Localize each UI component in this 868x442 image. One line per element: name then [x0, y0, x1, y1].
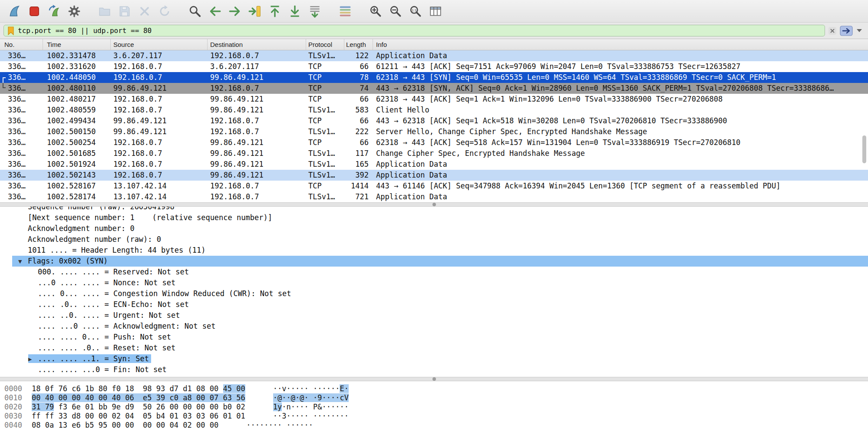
- info-cell: Application Data: [373, 50, 868, 61]
- filter-bar: tcp.port == 80 || udp.port == 80: [0, 23, 868, 39]
- packet-row[interactable]: 336…1002.3314783.6.207.117192.168.0.7TLS…: [0, 50, 868, 61]
- pane-splitter-bottom[interactable]: [0, 377, 868, 381]
- save-file-icon: [118, 4, 132, 18]
- packet-row[interactable]: 336…1002.502143192.168.0.799.86.49.121TL…: [0, 170, 868, 181]
- close-file-button: [135, 1, 155, 21]
- stop-capture-button[interactable]: [24, 1, 44, 21]
- start-capture-button[interactable]: [4, 1, 24, 21]
- pane-splitter-top[interactable]: [0, 202, 868, 207]
- no-cell: 336…: [0, 94, 43, 105]
- detail-line[interactable]: 000. .... .... = Reserved: Not set: [12, 267, 868, 277]
- detail-text: .... .0.. .... = ECN-Echo: Not set: [38, 300, 189, 309]
- detail-line[interactable]: ...0 .... .... = Nonce: Not set: [12, 277, 868, 288]
- packet-row[interactable]: 336…1002.480217192.168.0.799.86.49.121TC…: [0, 94, 868, 105]
- detail-text: Acknowledgment number: 0: [28, 224, 135, 233]
- go-back-icon: [208, 4, 222, 18]
- column-header-time[interactable]: Time: [43, 39, 111, 50]
- detail-line[interactable]: .... ...0 .... = Acknowledgment: Not set: [12, 321, 868, 332]
- go-to-bottom-button[interactable]: [285, 1, 305, 21]
- detail-line[interactable]: .... ..0. .... = Urgent: Not set: [12, 310, 868, 321]
- detail-line[interactable]: [Next sequence number: 1 (relative seque…: [12, 212, 868, 223]
- detail-line[interactable]: .... 0... .... = Congestion Window Reduc…: [12, 288, 868, 299]
- packet-row[interactable]: 336…1002.501924192.168.0.799.86.49.121TL…: [0, 159, 868, 170]
- display-filter-text: tcp.port == 80 || udp.port == 80: [18, 26, 152, 35]
- length-cell: 392: [344, 170, 373, 181]
- packet-row[interactable]: 336…1002.331620192.168.0.73.6.207.117TCP…: [0, 61, 868, 72]
- packet-row[interactable]: 336…1002.49943499.86.49.121192.168.0.7TC…: [0, 115, 868, 126]
- filter-dropdown-chevron[interactable]: [857, 29, 862, 32]
- time-cell: 1002.500254: [43, 137, 111, 148]
- detail-line[interactable]: Acknowledgment number (raw): 0: [12, 234, 868, 245]
- detail-line[interactable]: 1011 .... = Header Length: 44 bytes (11): [12, 245, 868, 256]
- packet-row[interactable]: 336…1002.52817413.107.42.14192.168.0.7TL…: [0, 191, 868, 202]
- no-cell: 336…: [0, 83, 43, 94]
- hex-row[interactable]: 000018 0f 76 c6 1b 80 f0 18 98 93 d7 d1 …: [0, 384, 868, 393]
- protocol-cell: TLSv1…: [306, 159, 344, 170]
- hex-offset: 0020: [4, 402, 32, 412]
- clear-filter-icon[interactable]: [828, 26, 837, 35]
- protocol-cell: TLSv1…: [306, 191, 344, 202]
- restart-capture-button[interactable]: [44, 1, 64, 21]
- info-cell: Client Hello: [373, 105, 868, 115]
- detail-line[interactable]: ▼Flags: 0x002 (SYN): [12, 256, 868, 267]
- detail-line[interactable]: Sequence number (raw): 2605041998: [12, 207, 868, 212]
- column-header-protocol[interactable]: Protocol: [306, 39, 344, 50]
- protocol-cell: TLSv1…: [306, 50, 344, 61]
- packet-row[interactable]: 336…1002.52816713.107.42.14192.168.0.7TC…: [0, 181, 868, 191]
- hex-offset: 0000: [4, 384, 32, 393]
- packet-row[interactable]: 336…1002.448050192.168.0.799.86.49.121TC…: [0, 72, 868, 83]
- column-header-info[interactable]: Info: [373, 39, 868, 50]
- source-cell: 192.168.0.7: [111, 72, 208, 83]
- detail-text: .... ..0. .... = Urgent: Not set: [38, 311, 180, 320]
- detail-line[interactable]: ▶.... .... ..1. = Syn: Set: [12, 353, 868, 364]
- destination-cell: 99.86.49.121: [208, 170, 306, 181]
- packet-row[interactable]: 336…1002.50015099.86.49.121192.168.0.7TL…: [0, 126, 868, 137]
- detail-line[interactable]: .... .... .0.. = Reset: Not set: [12, 343, 868, 353]
- detail-line[interactable]: Acknowledgment number: 0: [12, 223, 868, 234]
- length-cell: 78: [344, 72, 373, 83]
- hex-row[interactable]: 001000 40 00 00 40 00 40 06 e5 39 c0 a8 …: [0, 393, 868, 402]
- go-to-packet-button[interactable]: [245, 1, 265, 21]
- zoom-in-button[interactable]: [366, 1, 386, 21]
- no-cell: 336…: [0, 191, 43, 202]
- filter-bookmark-icon[interactable]: [7, 26, 15, 35]
- hex-row[interactable]: 0030ff ff 33 d8 00 00 02 04 05 b4 01 03 …: [0, 412, 868, 421]
- source-cell: 192.168.0.7: [111, 94, 208, 105]
- column-header-length[interactable]: Length: [344, 39, 373, 50]
- collapse-icon[interactable]: ▼: [18, 256, 28, 267]
- detail-line[interactable]: .... .0.. .... = ECN-Echo: Not set: [12, 299, 868, 310]
- packet-row[interactable]: 336…1002.480559192.168.0.799.86.49.121TL…: [0, 105, 868, 115]
- hex-row[interactable]: 002031 79 f3 6e 01 bb 9e d9 50 26 00 00 …: [0, 402, 868, 412]
- find-packet-icon: [188, 4, 202, 18]
- detail-line[interactable]: .... .... 0... = Push: Not set: [12, 332, 868, 343]
- no-cell: 336…: [0, 170, 43, 181]
- hex-offset: 0030: [4, 412, 32, 421]
- packet-row[interactable]: 336…1002.48011099.86.49.121192.168.0.7TC…: [0, 83, 868, 94]
- go-back-button[interactable]: [205, 1, 225, 21]
- column-header-no[interactable]: No.: [0, 39, 43, 50]
- expand-icon[interactable]: ▶: [28, 354, 38, 365]
- find-packet-button[interactable]: [185, 1, 205, 21]
- zoom-reset-button[interactable]: 1:1: [406, 1, 426, 21]
- capture-options-button[interactable]: [64, 1, 84, 21]
- detail-text: 1011 .... = Header Length: 44 bytes (11): [28, 246, 205, 254]
- go-forward-button[interactable]: [225, 1, 245, 21]
- go-to-top-button[interactable]: [265, 1, 285, 21]
- capture-options-icon: [67, 4, 81, 18]
- display-filter-input[interactable]: tcp.port == 80 || udp.port == 80: [3, 25, 825, 36]
- zoom-out-button[interactable]: [386, 1, 406, 21]
- column-header-destination[interactable]: Destination: [208, 39, 306, 50]
- detail-line[interactable]: .... .... ...0 = Fin: Not set: [12, 364, 868, 375]
- auto-scroll-button[interactable]: [305, 1, 325, 21]
- source-cell: 192.168.0.7: [111, 105, 208, 115]
- packet-row[interactable]: 336…1002.501685192.168.0.799.86.49.121TL…: [0, 148, 868, 159]
- packet-list-scrollbar[interactable]: [862, 135, 866, 163]
- destination-cell: 99.86.49.121: [208, 105, 306, 115]
- apply-filter-button[interactable]: [840, 26, 853, 36]
- column-header-source[interactable]: Source: [111, 39, 208, 50]
- packet-row[interactable]: 336…1002.500254192.168.0.799.86.49.121TC…: [0, 137, 868, 148]
- source-cell: 192.168.0.7: [111, 61, 208, 72]
- hex-row[interactable]: 004008 0a 13 e6 b5 95 00 00 00 00 04 02 …: [0, 421, 868, 430]
- resize-columns-button[interactable]: [426, 1, 446, 21]
- colorize-button[interactable]: [335, 1, 355, 21]
